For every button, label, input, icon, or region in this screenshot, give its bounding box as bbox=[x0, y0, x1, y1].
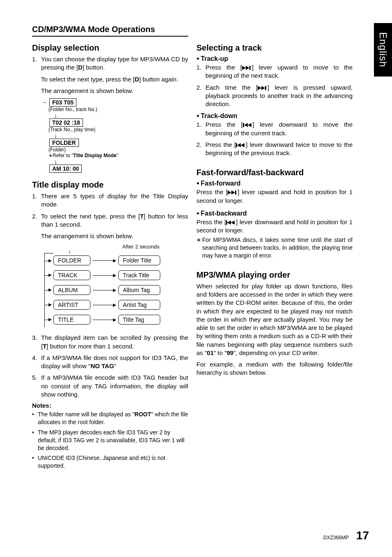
d2-r3: Artist Tag bbox=[118, 300, 160, 310]
d2-l2: ALBUM bbox=[53, 285, 90, 295]
d2-row-4: TITLETitle Tag bbox=[44, 312, 180, 327]
page-number: 17 bbox=[356, 529, 369, 542]
d1-cap3b: ∗Refer to "Title Display Mode" bbox=[48, 153, 188, 158]
svg-marker-4 bbox=[261, 86, 265, 90]
svg-rect-6 bbox=[243, 123, 244, 127]
track-down-head: Track-down bbox=[196, 112, 353, 120]
note-3: UNICODE ID3 (Chinese, Japanese and etc) … bbox=[32, 454, 188, 470]
svg-marker-1 bbox=[246, 66, 249, 70]
tu-2: 2.Each time the [] lever is pressed upwa… bbox=[196, 84, 353, 109]
fast-fwd-title: Fast-forward/fast-backward bbox=[196, 168, 353, 177]
d1-cap2: (Track No., play time) bbox=[48, 127, 188, 132]
svg-rect-2 bbox=[249, 66, 251, 70]
d2-r1: Track Title bbox=[118, 270, 160, 280]
tdm-item-1: 1.There are 5 types of display for the T… bbox=[32, 192, 188, 209]
notes-list: The folder name will be displayed as "RO… bbox=[32, 411, 188, 470]
arrow-right-icon bbox=[93, 290, 116, 290]
play-order-para1: When selected for play folder up down fu… bbox=[196, 282, 353, 357]
d1-box2: T02 02 :18 bbox=[49, 118, 83, 127]
left-column: Display selection 1. You can choose the … bbox=[32, 42, 188, 472]
ds-para3: The arrangement is shown below. bbox=[41, 87, 188, 95]
display-selection-list: 1. You can choose the display type for M… bbox=[32, 55, 188, 72]
tdm-list-2: 3.The displayed item can be scrolled by … bbox=[32, 334, 188, 399]
svg-marker-17 bbox=[231, 220, 235, 225]
prev-track-icon bbox=[236, 143, 246, 147]
track-up-head: Track-up bbox=[196, 55, 353, 63]
fb-text: Press the [] lever downward and hold in … bbox=[196, 218, 353, 235]
note-2: The MP3 player decodes each file ID3 TAG… bbox=[32, 429, 188, 452]
columns: Display selection 1. You can choose the … bbox=[32, 42, 371, 472]
svg-marker-16 bbox=[227, 220, 231, 225]
d2-row-3: ARTISTArtist Tag bbox=[44, 297, 180, 312]
title-display-mode-title: Title display mode bbox=[32, 180, 188, 190]
track-down-list: 1.Press the [] lever downward to move th… bbox=[196, 121, 353, 157]
d2-r4: Title Tag bbox=[118, 315, 160, 325]
notes-heading: Notes: bbox=[32, 402, 188, 409]
next-track-icon bbox=[228, 190, 238, 195]
tdm-item-5: 5.If a MP3/WMA file encode with ID3 TAG … bbox=[32, 374, 188, 399]
td-2: 2.Press the [] lever downward twice to m… bbox=[196, 141, 353, 158]
model-label: DXZ366MP bbox=[323, 535, 349, 541]
fast-backward-head: Fast-backward bbox=[196, 210, 353, 217]
tdm-item-3: 3.The displayed item can be scrolled by … bbox=[32, 334, 188, 350]
ds-para2: To select the next type, press the [D] b… bbox=[41, 75, 188, 84]
svg-rect-14 bbox=[235, 190, 236, 195]
arrow-down-icon: ↓ bbox=[68, 248, 71, 255]
arrow-down-icon: ↓ bbox=[54, 112, 188, 118]
svg-marker-10 bbox=[237, 143, 241, 147]
arrow-right-icon bbox=[93, 275, 116, 276]
prev-track-icon bbox=[243, 123, 253, 127]
d1-box4: AM 10: 00 bbox=[49, 165, 82, 173]
d1-cap3a: (Folder) bbox=[48, 147, 188, 153]
svg-rect-15 bbox=[226, 220, 227, 225]
svg-marker-11 bbox=[241, 143, 244, 147]
d2-r2: Album Tag bbox=[118, 285, 160, 295]
track-up-list: 1.Press the [] lever upward to move to t… bbox=[196, 63, 353, 108]
footer: DXZ366MP 17 bbox=[323, 529, 369, 542]
next-track-icon bbox=[242, 66, 252, 70]
d2-row-2: ALBUMAlbum Tag bbox=[44, 283, 180, 297]
tdm-list: 1.There are 5 types of display for the T… bbox=[32, 192, 188, 229]
page: CD/MP3/WMA Mode Operations Display selec… bbox=[0, 0, 392, 557]
section-header: CD/MP3/WMA Mode Operations bbox=[32, 25, 188, 37]
tdm-para: The arrangement is shown below. bbox=[41, 232, 188, 240]
d1-cap1: (Folder No., track No.) bbox=[48, 107, 188, 112]
after-2-seconds-label: After 2 seconds bbox=[44, 244, 180, 250]
arrow-right-icon bbox=[93, 320, 116, 320]
svg-marker-13 bbox=[231, 190, 235, 195]
title-display-diagram: ↓ FOLDERFolder Title TRACKTrack Title AL… bbox=[44, 253, 180, 327]
display-selection-title: Display selection bbox=[32, 43, 188, 53]
play-order-para2: For example, a medium with the following… bbox=[196, 360, 353, 377]
d2-l4: TITLE bbox=[53, 315, 90, 325]
arrow-down-icon: ↓ bbox=[54, 132, 188, 139]
selecting-track-title: Selecting a track bbox=[196, 43, 353, 53]
text: You can choose the display type for MP3/… bbox=[41, 55, 188, 72]
display-selection-diagram: →F03 T05 (Folder No., track No.) ↓ T02 0… bbox=[41, 98, 188, 173]
svg-rect-9 bbox=[236, 143, 237, 147]
arrow-right-icon bbox=[93, 260, 116, 261]
d2-l3: ARTIST bbox=[53, 300, 90, 310]
svg-marker-0 bbox=[242, 66, 246, 70]
num: 1. bbox=[32, 55, 41, 72]
next-track-icon bbox=[258, 86, 267, 90]
svg-marker-8 bbox=[248, 123, 251, 127]
svg-marker-3 bbox=[258, 86, 261, 90]
right-column: Selecting a track Track-up 1.Press the [… bbox=[196, 42, 353, 472]
tdm-item-2: 2.To select the next type, press the [T]… bbox=[32, 212, 188, 229]
tdm-item-4: 4.If a MP3/WMA file does not support for… bbox=[32, 354, 188, 371]
d1-box3: FOLDER bbox=[49, 139, 79, 147]
d2-l1: TRACK bbox=[53, 270, 90, 280]
fast-forward-head: Fast-forward bbox=[196, 180, 353, 187]
d1-box1: F03 T05 bbox=[49, 98, 76, 107]
d2-row-0: FOLDERFolder Title bbox=[44, 253, 180, 268]
ast-note: ∗For MP3/WMA discs, it takes some time u… bbox=[196, 236, 353, 260]
d2-r0: Folder Title bbox=[118, 255, 160, 265]
ds-item-1: 1. You can choose the display type for M… bbox=[32, 55, 188, 72]
td-1: 1.Press the [] lever downward to move th… bbox=[196, 121, 353, 137]
play-order-title: MP3/WMA playing order bbox=[196, 270, 353, 280]
d2-l0: FOLDER bbox=[53, 255, 90, 265]
note-1: The folder name will be displayed as "RO… bbox=[32, 411, 188, 426]
arrow-down-icon: ↓ bbox=[54, 158, 188, 165]
svg-marker-7 bbox=[244, 123, 248, 127]
arrow-right-icon bbox=[93, 305, 116, 305]
